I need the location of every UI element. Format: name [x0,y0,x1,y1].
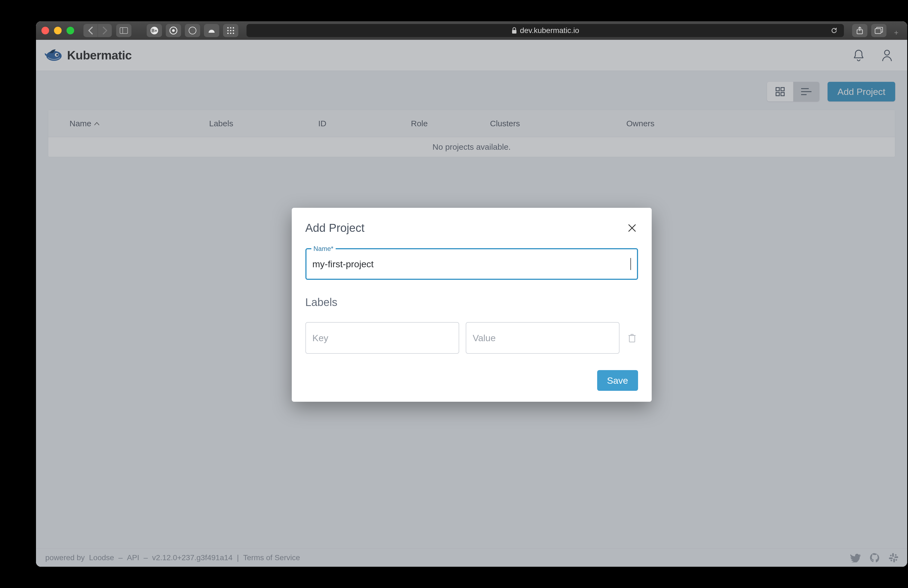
svg-point-8 [230,27,231,28]
window-close-button[interactable] [42,27,49,34]
svg-rect-16 [512,30,517,34]
extension-button-1[interactable]: B+ [147,24,162,37]
label-key-input[interactable] [312,333,452,343]
nav-back-button[interactable] [84,24,98,37]
address-bar[interactable]: dev.kubermatic.io [246,24,844,37]
extension-grid-button[interactable] [223,24,238,37]
label-key-field[interactable] [305,322,459,354]
svg-point-9 [233,27,234,28]
svg-point-12 [233,30,234,31]
svg-point-11 [230,30,231,31]
name-input[interactable] [312,259,630,269]
svg-point-15 [233,32,234,34]
svg-rect-40 [629,335,635,342]
svg-point-14 [230,32,231,34]
extension-button-3[interactable] [185,24,200,37]
lock-icon [511,27,517,34]
url-host: dev.kubermatic.io [520,26,579,35]
tabs-button[interactable] [871,24,887,37]
svg-point-7 [227,27,229,28]
labels-section-title: Labels [305,296,638,308]
extension-button-4[interactable] [204,24,219,37]
svg-point-5 [172,29,175,32]
svg-text:B+: B+ [151,28,157,33]
add-project-modal: Add Project Name* Labels [292,208,652,402]
browser-chrome: B+ [36,21,907,40]
window-minimize-button[interactable] [54,27,62,34]
traffic-lights [42,27,74,34]
new-tab-button[interactable]: + [891,24,902,37]
delete-label-button[interactable] [626,333,638,343]
modal-title: Add Project [305,221,365,235]
label-row [305,322,638,354]
sidebar-toggle-button[interactable] [116,24,131,37]
label-value-field[interactable] [466,322,620,354]
modal-close-button[interactable] [626,222,638,234]
nav-forward-button[interactable] [98,24,112,37]
name-field-label: Name* [311,245,336,253]
save-button[interactable]: Save [597,370,638,391]
window-maximize-button[interactable] [66,27,74,34]
label-value-input[interactable] [473,333,612,343]
svg-point-10 [227,30,229,31]
svg-point-6 [189,27,196,34]
app-root: Kubermatic [36,40,907,567]
svg-rect-18 [875,29,881,34]
browser-window: B+ [36,21,907,567]
name-field[interactable]: Name* [305,248,638,280]
text-cursor [630,258,631,270]
save-label: Save [607,375,628,386]
refresh-button[interactable] [830,27,838,34]
extension-button-2[interactable] [166,24,181,37]
svg-rect-0 [120,27,127,34]
svg-point-13 [227,32,229,34]
share-button[interactable] [852,24,868,37]
